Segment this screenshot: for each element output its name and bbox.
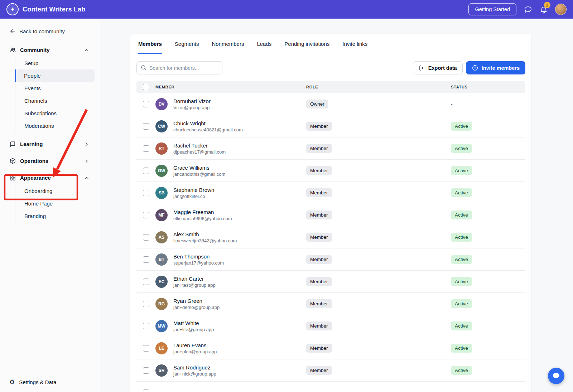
row-checkbox[interactable] [143, 323, 149, 329]
gear-icon: ⚙ [9, 379, 15, 385]
member-name: Ryan Green [173, 298, 220, 304]
member-name: Dornubari Vizor [173, 98, 211, 104]
sidebar-item-onboarding[interactable]: Onboarding [15, 185, 95, 197]
community-icon [9, 47, 16, 53]
back-to-community-label: Back to community [19, 28, 65, 34]
row-checkbox[interactable] [143, 301, 149, 307]
role-badge: Member [306, 144, 332, 153]
status-badge: Active [451, 321, 472, 330]
role-badge: Member [306, 166, 332, 175]
sidebar-group-appearance[interactable]: Appearance [4, 171, 95, 185]
tab-invite-links[interactable]: Invite links [342, 34, 367, 54]
member-email: limesweetjm3842@yahoo.com [173, 238, 237, 243]
row-checkbox[interactable] [143, 123, 149, 130]
member-email: jan+life@group.app [173, 327, 214, 332]
role-badge: Member [306, 277, 332, 286]
chevron-up-icon [84, 175, 90, 181]
member-name: Grace Williams [173, 165, 225, 171]
role-badge: Member [306, 188, 332, 197]
table-row: SB Stephanie Brown jan@offkilter.co Memb… [136, 182, 525, 204]
sidebar-group-operations[interactable]: Operations [4, 154, 95, 168]
member-avatar: MW [155, 320, 168, 332]
role-badge: Member [306, 299, 332, 308]
row-checkbox[interactable] [143, 345, 149, 352]
member-email: jan+test@group.app [173, 282, 216, 288]
member-avatar: GW [155, 165, 168, 177]
table-row-partial [136, 382, 525, 392]
member-name: Ben Thompson [173, 253, 224, 260]
member-avatar: AS [155, 231, 168, 243]
sidebar-item-events[interactable]: Events [15, 82, 95, 95]
tab-nonmembers[interactable]: Nonmembers [212, 34, 244, 54]
sidebar-item-moderations[interactable]: Moderations [15, 120, 95, 132]
getting-started-button[interactable]: Getting Started [468, 3, 516, 15]
role-badge: Member [306, 255, 332, 264]
status-badge: Active [451, 166, 472, 175]
chat-launcher-button[interactable] [548, 368, 564, 384]
sidebar-item-home-page[interactable]: Home Page [15, 197, 95, 210]
member-avatar: RT [155, 142, 168, 155]
row-checkbox[interactable] [143, 256, 149, 263]
tab-leads[interactable]: Leads [257, 34, 271, 54]
back-to-community-link[interactable]: Back to community [4, 24, 95, 43]
appearance-icon [9, 174, 16, 181]
row-checkbox[interactable] [143, 190, 149, 196]
member-email: chuckiechesse43821@gmail.com [173, 127, 243, 132]
member-name: Ethan Carter [173, 276, 216, 282]
row-checkbox[interactable] [143, 367, 149, 374]
table-body: DV Dornubari Vizor Vizor@group.app Owner… [136, 93, 525, 382]
role-badge: Member [306, 210, 332, 219]
export-icon [419, 65, 425, 71]
invite-members-button[interactable]: Invite members [466, 61, 525, 74]
status-badge: Active [451, 210, 472, 219]
status-badge: Active [451, 277, 472, 286]
sidebar-item-channels[interactable]: Channels [15, 95, 95, 107]
sidebar-item-branding[interactable]: Branding [15, 210, 95, 222]
member-avatar: LE [155, 342, 168, 354]
app-screen: ✦ Content Writers Lab Getting Started 2 … [0, 0, 573, 392]
member-name: Maggie Freeman [173, 209, 232, 215]
sidebar-group-community[interactable]: Community [4, 43, 95, 57]
row-checkbox[interactable] [143, 168, 149, 174]
row-checkbox[interactable] [143, 279, 149, 285]
member-email: jan@offkilter.co [173, 194, 214, 199]
table-row: DV Dornubari Vizor Vizor@group.app Owner… [136, 93, 525, 115]
member-email: superjan17@yahoo.com [173, 260, 224, 266]
search-members-input[interactable] [136, 61, 222, 74]
tab-segments[interactable]: Segments [175, 34, 199, 54]
member-email: jancandothis@gmail.com [173, 171, 225, 177]
sidebar-item-setup[interactable]: Setup [15, 57, 95, 69]
sidebar-item-people[interactable]: People [15, 69, 95, 82]
invite-members-label: Invite members [482, 65, 520, 71]
tab-pending-invitations[interactable]: Pending invitations [284, 34, 329, 54]
row-checkbox[interactable] [143, 145, 149, 152]
messages-icon[interactable] [524, 5, 532, 14]
header-role: ROLE [306, 85, 451, 89]
table-row: MF Maggie Freeman ellismania9696@yahoo.c… [136, 204, 525, 226]
member-name: Matt White [173, 320, 214, 326]
chevron-up-icon [84, 47, 90, 53]
notifications-bell-icon[interactable]: 2 [539, 5, 548, 14]
status-badge: Active [451, 344, 472, 353]
notification-count-badge: 2 [544, 2, 550, 8]
row-checkbox[interactable] [143, 389, 149, 392]
learning-group-label: Learning [20, 141, 43, 147]
sidebar-group-learning[interactable]: Learning [4, 137, 95, 151]
row-checkbox[interactable] [143, 101, 149, 107]
table-row: LE Lauren Evans jan+plan@group.app Membe… [136, 337, 525, 359]
settings-and-data-link[interactable]: ⚙ Settings & Data [0, 372, 99, 392]
row-checkbox[interactable] [143, 212, 149, 218]
member-avatar: EC [155, 276, 168, 288]
chevron-right-icon [84, 158, 90, 164]
export-data-button[interactable]: Export data [413, 61, 463, 74]
select-all-checkbox[interactable] [143, 84, 149, 90]
table-row: CW Chuck Wright chuckiechesse43821@gmail… [136, 115, 525, 137]
tab-bar: Members Segments Nonmembers Leads Pendin… [130, 34, 531, 54]
sidebar-item-subscriptions[interactable]: Subscriptions [15, 107, 95, 120]
member-email: ellismania9696@yahoo.com [173, 216, 232, 221]
brand-title: Content Writers Lab [23, 6, 85, 13]
row-checkbox[interactable] [143, 234, 149, 241]
user-avatar[interactable] [555, 4, 567, 15]
role-badge: Member [306, 321, 332, 330]
tab-members[interactable]: Members [138, 34, 162, 54]
